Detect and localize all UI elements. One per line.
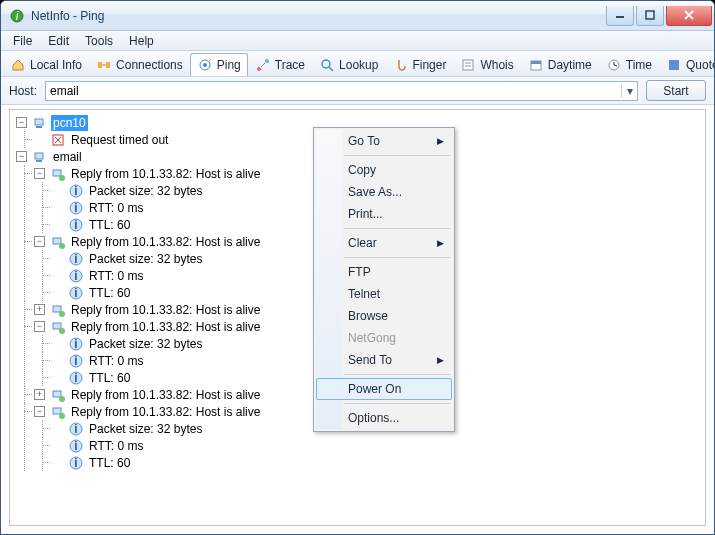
collapse-icon[interactable]: − [34,321,45,332]
menu-item-saveas[interactable]: Save As... [316,181,452,203]
host-input[interactable] [46,84,621,98]
host-icon [32,149,48,165]
info-icon: i [68,370,84,386]
menu-help[interactable]: Help [121,32,162,50]
tab-finger[interactable]: Finger [385,53,453,76]
svg-point-35 [70,287,82,299]
info-icon: i [68,268,84,284]
svg-point-22 [59,175,65,181]
menu-item-label: Copy [348,163,376,177]
menu-file[interactable]: File [5,32,40,50]
tree-label: Reply from 10.1.33.82: Host is alive [69,404,262,420]
svg-point-6 [200,60,210,70]
tree-label: Reply from 10.1.33.82: Host is alive [69,166,262,182]
menu-item-ftp[interactable]: FTP [316,261,452,283]
finger-icon [392,57,408,73]
svg-point-41 [70,338,82,350]
tab-trace[interactable]: Trace [248,53,312,76]
menu-item-poweron[interactable]: Power On [316,378,452,400]
error-icon [50,132,66,148]
menu-item-label: Telnet [348,287,380,301]
svg-point-45 [70,372,82,384]
menu-separator [344,228,450,229]
maximize-button[interactable] [636,6,664,26]
menu-item-label: Go To [348,134,380,148]
menu-item-options[interactable]: Options... [316,407,452,429]
tree-label: Reply from 10.1.33.82: Host is alive [69,234,262,250]
submenu-arrow-icon: ▶ [437,355,444,365]
svg-point-8 [257,67,261,71]
svg-rect-37 [53,306,61,312]
menu-edit[interactable]: Edit [40,32,77,50]
svg-point-27 [70,219,82,231]
tab-lookup[interactable]: Lookup [312,53,385,76]
tab-label: Quote [686,58,714,72]
expand-icon[interactable]: + [34,389,45,400]
tab-whois[interactable]: Whois [453,53,520,76]
svg-point-53 [70,440,82,452]
home-icon [10,57,26,73]
menu-tools[interactable]: Tools [77,32,121,50]
svg-text:i: i [74,337,77,351]
collapse-icon[interactable]: − [34,406,45,417]
collapse-icon[interactable]: − [34,168,45,179]
menu-item-label: NetGong [348,331,396,345]
tree-item-detail[interactable]: iTTL: 60 [52,454,701,471]
info-icon: i [68,421,84,437]
host-combobox[interactable]: ▾ [45,81,638,101]
tree-label: TTL: 60 [87,217,132,233]
svg-point-31 [70,253,82,265]
menu-item-label: Options... [348,411,399,425]
tab-daytime[interactable]: Daytime [521,53,599,76]
svg-rect-20 [36,160,42,162]
expand-icon[interactable]: + [34,304,45,315]
menu-item-telnet[interactable]: Telnet [316,283,452,305]
chevron-down-icon[interactable]: ▾ [621,84,637,98]
collapse-icon[interactable]: − [34,236,45,247]
menu-separator [344,403,450,404]
svg-rect-47 [53,391,61,397]
collapse-icon[interactable]: − [16,117,27,128]
tab-label: Ping [217,58,241,72]
menu-item-print[interactable]: Print... [316,203,452,225]
tree-label: Request timed out [69,132,170,148]
svg-text:i: i [74,286,77,300]
close-button[interactable] [666,6,712,26]
reply-icon [50,166,66,182]
tree-label: Packet size: 32 bytes [87,421,204,437]
svg-rect-4 [98,62,102,68]
window-controls [606,6,712,26]
svg-text:i: i [74,184,77,198]
collapse-icon[interactable]: − [16,151,27,162]
svg-text:i: i [74,354,77,368]
ping-icon [197,57,213,73]
toolbar-tabs: Local Info Connections Ping Trace Lookup… [1,51,714,77]
menu-item-copy[interactable]: Copy [316,159,452,181]
tab-label: Lookup [339,58,378,72]
menu-item-clear[interactable]: Clear▶ [316,232,452,254]
tree-item-detail[interactable]: iRTT: 0 ms [52,437,701,454]
tab-ping[interactable]: Ping [190,53,248,76]
tab-local-info[interactable]: Local Info [3,53,89,76]
menu-item-sendto[interactable]: Send To▶ [316,349,452,371]
svg-rect-15 [669,60,679,70]
info-icon: i [68,455,84,471]
reply-icon [50,319,66,335]
svg-rect-17 [36,126,42,128]
reply-icon [50,404,66,420]
svg-point-55 [70,457,82,469]
svg-point-38 [59,311,65,317]
menu-item-browse[interactable]: Browse [316,305,452,327]
tab-time[interactable]: Time [599,53,659,76]
minimize-button[interactable] [606,6,634,26]
menubar: File Edit Tools Help [1,31,714,51]
tree-label: TTL: 60 [87,370,132,386]
start-button[interactable]: Start [646,80,706,101]
svg-point-40 [59,328,65,334]
svg-point-0 [11,10,23,22]
menu-item-goto[interactable]: Go To▶ [316,130,452,152]
tab-quote[interactable]: Quote [659,53,714,76]
tree-label: RTT: 0 ms [87,200,145,216]
tab-connections[interactable]: Connections [89,53,190,76]
lookup-icon [319,57,335,73]
